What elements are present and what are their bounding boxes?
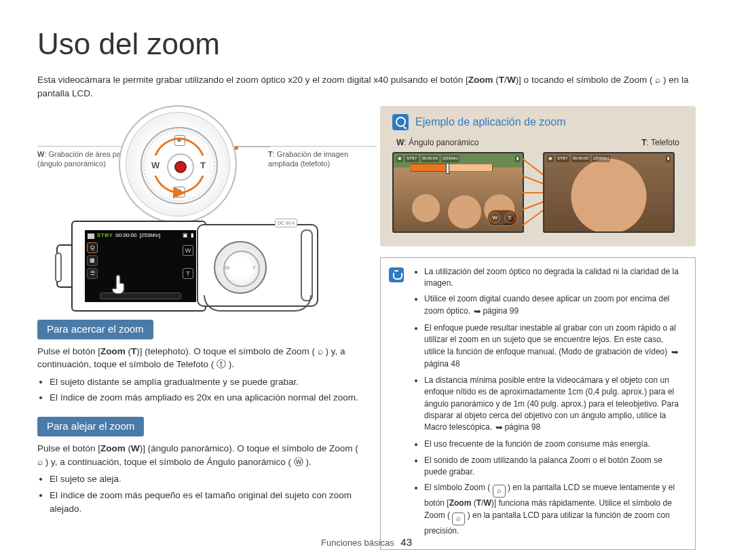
wt-badge: W T bbox=[487, 210, 517, 226]
camera-illustration: STBY 00:00:00 [253Min] ▣ ▮ Q ▦ bbox=[71, 224, 316, 322]
hand-tap-icon bbox=[105, 268, 134, 297]
osd-stby: STBY bbox=[97, 232, 113, 240]
example-box: Ejemplo de aplicación de zoom W: Ángulo … bbox=[380, 106, 696, 246]
osd-remain: [253Min] bbox=[139, 232, 160, 240]
note-3: El enfoque puede resultar inestable al g… bbox=[424, 322, 685, 371]
osd-batt-icon: ▮ bbox=[191, 232, 193, 240]
note-7: El símbolo Zoom ( ⌕ ) en la pantalla LCD… bbox=[424, 482, 685, 537]
zoom-out-bullet-2: El índice de zoom más pequeño es el tama… bbox=[50, 489, 360, 515]
note-5: El uso frecuente de la función de zoom c… bbox=[424, 438, 685, 450]
osd-menu-icon: ☰ bbox=[87, 268, 98, 279]
heading-zoom-in: Para acercar el zoom bbox=[37, 320, 153, 339]
zoom-out-paragraph: Pulse el botón [Zoom (W)] (ángulo panorá… bbox=[37, 442, 360, 468]
zoom-bar bbox=[410, 164, 493, 172]
wt-badge-t: T bbox=[504, 212, 515, 223]
osd-time: 00:00:00 bbox=[115, 232, 136, 240]
note-1: La utilización del zoom óptico no degrad… bbox=[424, 266, 685, 290]
zoom-in-bullet-1: El sujeto distante se amplía gradualment… bbox=[50, 375, 360, 389]
note-4: La distancia mínima posible entre la vid… bbox=[424, 375, 685, 434]
osd-zoom-t-icon: T bbox=[183, 268, 193, 279]
footer-page-number: 43 bbox=[400, 536, 412, 548]
lens-w-label: W bbox=[225, 265, 230, 272]
camera-strap bbox=[204, 295, 312, 312]
example-photo-wide: ▣STBY00:00:00[253Min]▮ W T bbox=[392, 152, 524, 233]
magnifier-icon bbox=[392, 114, 409, 130]
lens-t-label: T bbox=[252, 265, 256, 272]
heading-zoom-out: Para alejar el zoom bbox=[37, 417, 144, 436]
note-6: El sonido de zoom utilizando la palanca … bbox=[424, 455, 685, 479]
osd-cam-icon: ▣ bbox=[183, 232, 188, 240]
note-2: Utilice el zoom digital cuando desee apl… bbox=[424, 293, 685, 318]
sd-icon bbox=[88, 234, 94, 239]
zoom-dial: W T bbox=[119, 105, 237, 223]
footer-section: Funciones básicas bbox=[321, 538, 394, 548]
notes-box: La utilización del zoom óptico no degrad… bbox=[380, 257, 696, 550]
illustration-area: W: Grabación de área panorámica (ángulo … bbox=[37, 109, 360, 316]
zoom-out-bullet-1: El sujeto se aleja. bbox=[50, 472, 360, 486]
osd-quick-icon: Q bbox=[87, 242, 98, 253]
callout-tele: T: Grabación de imagen ampliada (telefot… bbox=[268, 146, 377, 169]
note-icon bbox=[389, 267, 404, 282]
osd-mode-icon: ▦ bbox=[87, 255, 98, 266]
dcin-label: DC IN 4 bbox=[275, 219, 297, 227]
osd-left-icons: Q ▦ ☰ bbox=[87, 242, 98, 279]
example-w-label: W: Ángulo panorámico bbox=[396, 137, 478, 148]
osd-zoom-icons: W T bbox=[183, 245, 193, 279]
left-column: W: Grabación de área panorámica (ángulo … bbox=[37, 109, 360, 550]
wt-badge-w: W bbox=[489, 212, 500, 223]
right-column: Ejemplo de aplicación de zoom W: Ángulo … bbox=[380, 109, 696, 550]
camera-lens: W T bbox=[214, 241, 267, 294]
example-t-label: T: Telefoto bbox=[641, 137, 679, 148]
zoom-in-paragraph: Pulse el botón [Zoom (T)] (telephoto). O… bbox=[37, 345, 360, 371]
intro-text: Esta videocámara le permite grabar utili… bbox=[37, 73, 696, 100]
zoom-in-bullet-2: El índice de zoom más ampliado es 20x en… bbox=[50, 391, 360, 405]
page-title: Uso del zoom bbox=[37, 24, 696, 64]
example-photo-tele: ▣STBY00:00:00[253Min]▮ bbox=[543, 152, 675, 233]
example-title: Ejemplo de aplicación de zoom bbox=[415, 115, 565, 130]
osd-top-bar: STBY 00:00:00 [253Min] ▣ ▮ bbox=[86, 231, 195, 241]
lcd-screen: STBY 00:00:00 [253Min] ▣ ▮ Q ▦ bbox=[85, 230, 196, 302]
osd-zoom-w-icon: W bbox=[183, 245, 193, 256]
footer: Funciones básicas 43 bbox=[0, 536, 733, 549]
